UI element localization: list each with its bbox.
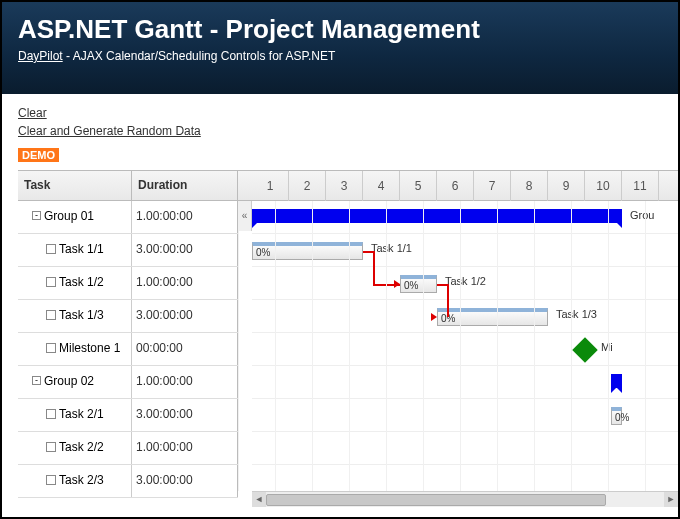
timeline-back-button[interactable]: « <box>238 201 252 231</box>
chart-lane: Mi <box>252 333 678 366</box>
scroll-thumb[interactable] <box>266 494 606 506</box>
task-row[interactable]: Task 1/21.00:00:00 <box>18 267 238 300</box>
task-cell: Milestone 1 <box>18 333 132 365</box>
task-cell: Task 1/1 <box>18 234 132 266</box>
bar-label: Task 1/2 <box>445 275 486 287</box>
task-bar[interactable]: 0% <box>611 407 622 425</box>
task-list-pane: Task Duration -Group 011.00:00:00Task 1/… <box>18 171 238 507</box>
tagline: - AJAX Calendar/Scheduling Controls for … <box>63 49 336 63</box>
scroll-right-button[interactable]: ► <box>664 492 678 507</box>
task-name: Task 1/3 <box>59 308 104 322</box>
chart-lane <box>252 432 678 465</box>
timeline-day[interactable]: 4 <box>363 171 400 201</box>
task-cell: Task 2/1 <box>18 399 132 431</box>
demo-badge: DEMO <box>18 148 59 162</box>
duration-cell: 00:00:00 <box>132 333 238 365</box>
timeline-day[interactable]: 6 <box>437 171 474 201</box>
col-duration[interactable]: Duration <box>132 171 238 200</box>
collapse-icon[interactable]: - <box>32 376 41 385</box>
task-name: Milestone 1 <box>59 341 120 355</box>
bar-label: Mi <box>601 341 613 353</box>
chart-lane: 0%Task 1/1 <box>252 234 678 267</box>
task-bar[interactable]: 0% <box>400 275 437 293</box>
task-row[interactable]: Milestone 100:00:00 <box>18 333 238 366</box>
duration-cell: 1.00:00:00 <box>132 201 238 233</box>
timeline-day[interactable]: 10 <box>585 171 622 201</box>
task-cell: Task 2/3 <box>18 465 132 497</box>
clear-link[interactable]: Clear <box>18 104 662 122</box>
chart-lane: 0%Task 1/3 <box>252 300 678 333</box>
task-bar[interactable]: 0% <box>437 308 548 326</box>
task-checkbox[interactable] <box>46 244 56 254</box>
duration-cell: 3.00:00:00 <box>132 399 238 431</box>
bar-label: Task 1/3 <box>556 308 597 320</box>
task-name: Task 1/2 <box>59 275 104 289</box>
timeline-day[interactable]: 3 <box>326 171 363 201</box>
task-row[interactable]: Task 2/13.00:00:00 <box>18 399 238 432</box>
timeline-day[interactable]: 8 <box>511 171 548 201</box>
chart-lane: 0%Task 1/2 <box>252 267 678 300</box>
task-cell: Task 2/2 <box>18 432 132 464</box>
timeline-pane: « 1234567891011 Grou0%Task 1/10%Task 1/2… <box>238 171 678 507</box>
group-bar[interactable] <box>611 374 622 388</box>
task-bar[interactable]: 0% <box>252 242 363 260</box>
duration-cell: 1.00:00:00 <box>132 267 238 299</box>
duration-cell: 3.00:00:00 <box>132 465 238 497</box>
group-bar[interactable] <box>252 209 622 223</box>
duration-cell: 1.00:00:00 <box>132 432 238 464</box>
task-name: Task 2/1 <box>59 407 104 421</box>
task-checkbox[interactable] <box>46 310 56 320</box>
task-checkbox[interactable] <box>46 343 56 353</box>
milestone-diamond[interactable] <box>572 337 597 362</box>
bar-label: Task 1/1 <box>371 242 412 254</box>
task-list-header: Task Duration <box>18 171 238 201</box>
chart-lane: 0% <box>252 399 678 432</box>
timeline-day[interactable]: 9 <box>548 171 585 201</box>
page-title: ASP.NET Gantt - Project Management <box>18 14 662 45</box>
task-name: Task 2/3 <box>59 473 104 487</box>
task-rows: -Group 011.00:00:00Task 1/13.00:00:00Tas… <box>18 201 238 491</box>
app-header: ASP.NET Gantt - Project Management DayPi… <box>2 2 678 94</box>
timeline-header: « 1234567891011 <box>238 171 678 201</box>
task-row[interactable]: Task 1/13.00:00:00 <box>18 234 238 267</box>
chart-lane <box>252 366 678 399</box>
chart-area[interactable]: Grou0%Task 1/10%Task 1/20%Task 1/3Mi0% <box>252 201 678 491</box>
task-cell: -Group 02 <box>18 366 132 398</box>
timeline-day[interactable]: 11 <box>622 171 659 201</box>
task-checkbox[interactable] <box>46 277 56 287</box>
duration-cell: 3.00:00:00 <box>132 300 238 332</box>
task-name: Task 1/1 <box>59 242 104 256</box>
generate-link[interactable]: Clear and Generate Random Data <box>18 122 662 140</box>
col-task[interactable]: Task <box>18 171 132 200</box>
subtitle: DayPilot - AJAX Calendar/Scheduling Cont… <box>18 49 662 63</box>
task-cell: -Group 01 <box>18 201 132 233</box>
duration-cell: 3.00:00:00 <box>132 234 238 266</box>
task-checkbox[interactable] <box>46 475 56 485</box>
gantt-chart: Task Duration -Group 011.00:00:00Task 1/… <box>18 170 678 507</box>
brand-link[interactable]: DayPilot <box>18 49 63 63</box>
bar-label: Grou <box>630 209 654 221</box>
task-row[interactable]: Task 2/21.00:00:00 <box>18 432 238 465</box>
task-cell: Task 1/2 <box>18 267 132 299</box>
collapse-icon[interactable]: - <box>32 211 41 220</box>
scroll-left-button[interactable]: ◄ <box>252 492 266 507</box>
chart-lane: Grou <box>252 201 678 234</box>
task-name: Task 2/2 <box>59 440 104 454</box>
timeline-day[interactable]: 2 <box>289 171 326 201</box>
timeline-day[interactable]: 5 <box>400 171 437 201</box>
timeline-day[interactable]: 1 <box>252 171 289 201</box>
h-scrollbar[interactable]: ◄ ► <box>252 491 678 507</box>
task-checkbox[interactable] <box>46 442 56 452</box>
task-row[interactable]: -Group 011.00:00:00 <box>18 201 238 234</box>
task-cell: Task 1/3 <box>18 300 132 332</box>
task-row[interactable]: Task 2/33.00:00:00 <box>18 465 238 498</box>
task-row[interactable]: -Group 021.00:00:00 <box>18 366 238 399</box>
timeline-day[interactable]: 7 <box>474 171 511 201</box>
task-name: Group 01 <box>44 209 94 223</box>
task-row[interactable]: Task 1/33.00:00:00 <box>18 300 238 333</box>
task-name: Group 02 <box>44 374 94 388</box>
duration-cell: 1.00:00:00 <box>132 366 238 398</box>
action-links: Clear Clear and Generate Random Data <box>2 94 678 148</box>
task-checkbox[interactable] <box>46 409 56 419</box>
